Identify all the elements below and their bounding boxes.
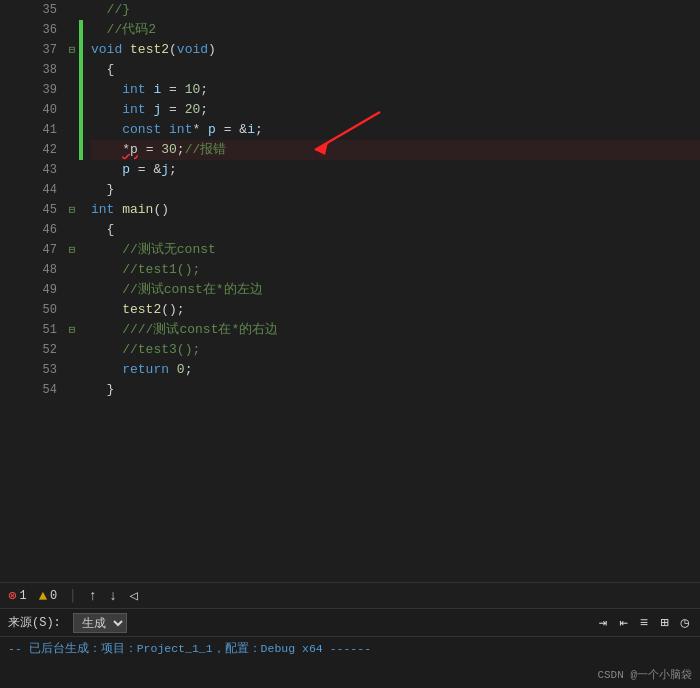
code-line-36: //代码2 <box>91 20 700 40</box>
fold-cell-52 <box>65 340 79 360</box>
fold-cell-42 <box>65 140 79 160</box>
nav-left-button[interactable]: ◁ <box>129 587 137 604</box>
error-icon: ⊗ <box>8 587 16 604</box>
line-num-42: 42 <box>43 140 57 160</box>
code-line-46: { <box>91 220 700 240</box>
line-num-48: 48 <box>43 260 57 280</box>
fold-gutter: ⊟⊟⊟⊟ <box>65 0 79 582</box>
code-line-51: ////测试const在*的右边 <box>91 320 700 340</box>
line-num-40: 40 <box>43 100 57 120</box>
fold-cell-41 <box>65 120 79 140</box>
editor-container: 3536373839404142434445464748495051525354… <box>0 0 700 688</box>
fold-cell-44 <box>65 180 79 200</box>
line-num-53: 53 <box>43 360 57 380</box>
code-line-35: //} <box>91 0 700 20</box>
line-num-46: 46 <box>43 220 57 240</box>
line-num-36: 36 <box>43 20 57 40</box>
fold-cell-50 <box>65 300 79 320</box>
line-num-35: 35 <box>43 0 57 20</box>
line-num-49: 49 <box>43 280 57 300</box>
fold-cell-38 <box>65 60 79 80</box>
source-label: 来源(S): <box>8 614 61 631</box>
code-line-38: { <box>91 60 700 80</box>
panel-icon-3[interactable]: ≡ <box>637 614 651 632</box>
build-output: -- 已后台生成：项目：Project_1_1，配置：Debug x64 ---… <box>8 641 692 656</box>
code-line-39: int i = 10; <box>91 80 700 100</box>
code-area: 3536373839404142434445464748495051525354… <box>0 0 700 582</box>
code-line-54: } <box>91 380 700 400</box>
nav-up-button[interactable]: ↑ <box>88 588 96 604</box>
fold-cell-49 <box>65 280 79 300</box>
fold-cell-36 <box>65 20 79 40</box>
line-num-45: 45 <box>43 200 57 220</box>
code-line-49: //测试const在*的左边 <box>91 280 700 300</box>
panel-icon-1[interactable]: ⇥ <box>596 613 610 632</box>
fold-cell-45[interactable]: ⊟ <box>65 200 79 220</box>
line-num-52: 52 <box>43 340 57 360</box>
code-line-45: int main() <box>91 200 700 220</box>
fold-cell-47[interactable]: ⊟ <box>65 240 79 260</box>
line-num-47: 47 <box>43 240 57 260</box>
panel-icons: ⇥ ⇤ ≡ ⊞ ◷ <box>596 613 692 632</box>
nav-down-button[interactable]: ↓ <box>109 588 117 604</box>
panel-icon-2[interactable]: ⇤ <box>616 613 630 632</box>
fold-cell-53 <box>65 360 79 380</box>
panel-content: -- 已后台生成：项目：Project_1_1，配置：Debug x64 ---… <box>0 637 700 688</box>
fold-cell-54 <box>65 380 79 400</box>
line-num-43: 43 <box>43 160 57 180</box>
code-lines: //} //代码2void test2(void) { int i = 10; … <box>83 0 700 582</box>
code-line-40: int j = 20; <box>91 100 700 120</box>
code-line-50: test2(); <box>91 300 700 320</box>
fold-cell-51[interactable]: ⊟ <box>65 320 79 340</box>
error-count: 1 <box>19 589 26 603</box>
error-status[interactable]: ⊗ 1 <box>8 587 27 604</box>
status-sep: │ <box>69 589 76 603</box>
fold-cell-46 <box>65 220 79 240</box>
fold-cell-43 <box>65 160 79 180</box>
source-dropdown[interactable]: 生成 <box>73 613 127 633</box>
code-line-47: //测试无const <box>91 240 700 260</box>
line-num-39: 39 <box>43 80 57 100</box>
warning-icon: ▲ <box>39 588 47 604</box>
status-bar: ⊗ 1 ▲ 0 │ ↑ ↓ ◁ <box>0 582 700 608</box>
panel-icon-5[interactable]: ◷ <box>678 613 692 632</box>
bottom-panel: 来源(S): 生成 ⇥ ⇤ ≡ ⊞ ◷ -- 已后台生成：项目：Project_… <box>0 608 700 688</box>
line-num-38: 38 <box>43 60 57 80</box>
code-line-48: //test1(); <box>91 260 700 280</box>
code-line-44: } <box>91 180 700 200</box>
line-number-gutter: 3536373839404142434445464748495051525354 <box>0 0 65 582</box>
fold-cell-35 <box>65 0 79 20</box>
fold-cell-39 <box>65 80 79 100</box>
code-line-37: void test2(void) <box>91 40 700 60</box>
code-line-41: const int* p = &i; <box>91 120 700 140</box>
code-line-43: p = &j; <box>91 160 700 180</box>
line-num-51: 51 <box>43 320 57 340</box>
code-line-42: *p = 30;//报错 <box>91 140 700 160</box>
panel-icon-4[interactable]: ⊞ <box>657 613 671 632</box>
warning-status[interactable]: ▲ 0 <box>39 588 58 604</box>
line-num-41: 41 <box>43 120 57 140</box>
line-num-50: 50 <box>43 300 57 320</box>
warning-count: 0 <box>50 589 57 603</box>
panel-toolbar: 来源(S): 生成 ⇥ ⇤ ≡ ⊞ ◷ <box>0 609 700 637</box>
fold-cell-48 <box>65 260 79 280</box>
line-num-44: 44 <box>43 180 57 200</box>
line-num-54: 54 <box>43 380 57 400</box>
fold-cell-40 <box>65 100 79 120</box>
watermark: CSDN @一个小脑袋 <box>597 667 692 682</box>
code-line-52: //test3(); <box>91 340 700 360</box>
code-line-53: return 0; <box>91 360 700 380</box>
fold-cell-37[interactable]: ⊟ <box>65 40 79 60</box>
line-num-37: 37 <box>43 40 57 60</box>
